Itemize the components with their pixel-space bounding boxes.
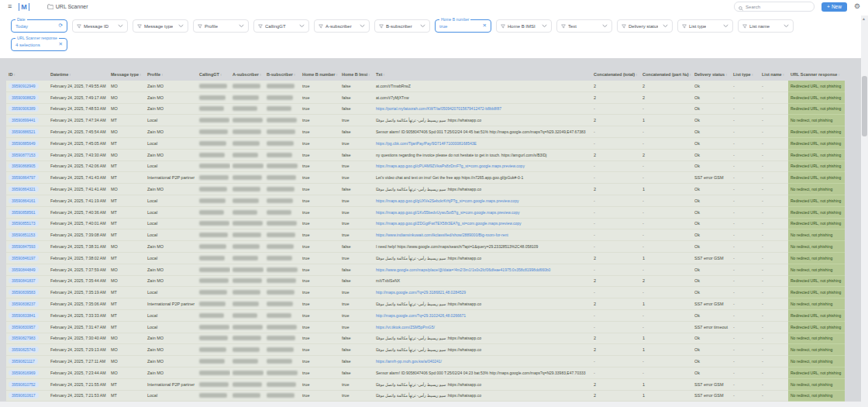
record-id-pill[interactable]: 39590864797: [9, 174, 39, 181]
cell-mt: MO: [108, 126, 145, 138]
record-id-pill[interactable]: 39590838237: [9, 301, 39, 307]
filter-chip-date[interactable]: DateToday⟳: [11, 19, 67, 33]
cell-del: Ok: [692, 160, 731, 172]
funnel-icon: [77, 24, 81, 29]
clear-icon[interactable]: ✕: [483, 23, 487, 29]
vertical-scrollbar[interactable]: ▲: [861, 16, 868, 407]
history-icon[interactable]: ⟳: [59, 23, 63, 29]
column-header-mt[interactable]: Message type↑: [108, 68, 145, 81]
cell-txt: https://maps.app.goo.gl/ZDGgtFwtTEX58r3E…: [374, 218, 591, 229]
column-header-tot[interactable]: Concatenated (total)↑: [591, 68, 640, 81]
record-id-pill[interactable]: 39590858561: [9, 209, 39, 216]
column-header-hbn[interactable]: Home B number↑: [300, 68, 339, 81]
record-id-pill[interactable]: 39590864321: [9, 186, 39, 192]
message-url-link[interactable]: https://maps.app.goo.gl/cPU4M9ZVkwPs8zDm…: [376, 164, 525, 168]
filter-chip-message-id[interactable]: Message ID: [72, 19, 128, 33]
cell-tot: 2: [591, 298, 640, 310]
cell-cgt: [197, 298, 230, 310]
message-url-link[interactable]: https://maps.app.goo.gl/gUXVe2SebckrKrhj…: [376, 198, 518, 203]
cell-id: 39590877153: [6, 149, 48, 160]
record-id-pill[interactable]: 39590821117: [9, 358, 38, 364]
filter-chip-url-scanner-response[interactable]: URL Scanner response4 selections✕: [11, 38, 67, 51]
cell-ltype: -: [731, 298, 760, 310]
record-id-pill[interactable]: 39590847593: [9, 243, 39, 250]
record-id-pill[interactable]: 39590825743: [9, 347, 39, 353]
filter-chip-list-type[interactable]: List type: [677, 19, 733, 33]
record-id-pill[interactable]: 39590816969: [9, 370, 39, 376]
message-url-link[interactable]: http://maps.google.com/?q=29.3186821,48.…: [376, 290, 466, 295]
message-url-link[interactable]: https://maps.app.goo.gl/ZDGgtFwtTEX58r3E…: [376, 221, 521, 226]
sort-icon: ↑: [838, 73, 839, 77]
message-url-link[interactable]: https://www.indiansinkuwait.com/ikclassi…: [376, 233, 508, 237]
record-id-pill[interactable]: 39590851153: [9, 232, 38, 238]
column-header-cgt[interactable]: CallingGT↑: [197, 68, 230, 81]
column-header-lname[interactable]: List name↑: [760, 68, 788, 81]
cell-bsub: [264, 103, 300, 115]
column-header-ltype[interactable]: List type↑: [731, 68, 760, 81]
vertical-scrollbar-thumb[interactable]: [862, 76, 867, 136]
message-url-link[interactable]: http://maps.google.com/?q=29.3102426,48.…: [376, 313, 466, 318]
record-id-pill[interactable]: 39590864161: [9, 198, 39, 204]
column-header-imsi[interactable]: Home B Imsi↑: [339, 68, 374, 81]
breadcrumb[interactable]: URL Scanner: [47, 4, 88, 9]
record-id-pill[interactable]: 39590830957: [9, 324, 39, 330]
record-id-pill[interactable]: 39590855173: [9, 220, 39, 226]
message-url-link[interactable]: https://amrh-pp.moh.gov.kw/a/040241/: [376, 359, 442, 364]
menu-icon[interactable]: ≡: [8, 3, 12, 10]
record-id-pill[interactable]: 39590908829: [9, 95, 39, 101]
record-id-pill[interactable]: 39590810752: [9, 381, 39, 388]
record-id-pill[interactable]: 39590877153: [9, 152, 39, 158]
record-id-pill[interactable]: 39590827983: [9, 335, 39, 341]
record-id-pill[interactable]: 39590885649: [9, 140, 39, 147]
filter-chip-profile[interactable]: Profile: [193, 19, 249, 33]
record-id-pill[interactable]: 39590906389: [9, 105, 39, 112]
record-id-pill[interactable]: 39590846197: [9, 255, 39, 261]
cell-del: SS7 error GSM: [692, 378, 731, 390]
message-url-link[interactable]: https://pg.cbk.com/TijariPay/Pay/9D714F7…: [376, 141, 477, 146]
filter-chip-a-subscriber[interactable]: A-subscriber: [314, 19, 370, 33]
message-url-link[interactable]: https://portal.myfatoorah.com/KWT/ia/050…: [376, 106, 501, 111]
new-button[interactable]: +New: [822, 2, 847, 12]
column-header-id[interactable]: ID↑: [6, 68, 48, 81]
column-header-txt[interactable]: Txt↑: [374, 68, 591, 81]
filter-chip-home-b-number[interactable]: Home B numbertrue✕: [435, 19, 491, 33]
record-id-pill[interactable]: 39590841837: [9, 278, 39, 284]
filter-chip-list-name[interactable]: List name: [738, 19, 794, 33]
filter-chip-delivery-status[interactable]: Delivery status: [617, 19, 673, 33]
message-url-link[interactable]: https://www.google.com/maps/place/@/data…: [376, 267, 550, 272]
message-url-link[interactable]: https://vt.tiktok.com/ZSM5pPmG5/: [376, 325, 435, 329]
column-header-resp[interactable]: URL Scanner response↑: [788, 68, 845, 81]
column-header-del[interactable]: Delivery status↑: [692, 68, 731, 81]
scroll-up-icon[interactable]: ▲: [862, 16, 866, 21]
column-header-prof[interactable]: Profile↑: [145, 68, 197, 81]
record-id-pill[interactable]: 39590868905: [9, 163, 39, 169]
cell-hbn: true: [300, 252, 339, 264]
gear-icon[interactable]: ⚙: [854, 3, 860, 10]
filter-chip-b-subscriber[interactable]: B-subscriber: [374, 19, 430, 33]
cell-imsi: true: [339, 195, 374, 206]
filter-chip-message-type[interactable]: Message type: [133, 19, 188, 33]
column-header-bsub[interactable]: B-subscriber↑: [264, 68, 300, 81]
cell-prof: International P2P partner: [145, 172, 197, 184]
message-url-link[interactable]: https://maps.app.goo.gl/1Kv55bedvUywu5ot…: [376, 210, 520, 215]
filter-chip-home-b-imsi[interactable]: Home B IMSI: [496, 19, 552, 33]
cell-dt: February 24, 2025, 7:47:34 AM: [48, 115, 108, 126]
column-header-dt[interactable]: Datetime↑: [48, 68, 108, 81]
record-id-pill[interactable]: 39590839583: [9, 289, 39, 295]
table-row: 39590899441February 24, 2025, 7:47:34 AM…: [6, 115, 845, 126]
cell-hbn: true: [300, 241, 339, 253]
record-id-pill[interactable]: 39590899441: [9, 117, 39, 123]
record-id-pill[interactable]: 39590886521: [9, 129, 39, 135]
filter-chip-callinggt[interactable]: CallingGT: [253, 19, 309, 33]
horizontal-scrollbar[interactable]: [0, 402, 861, 407]
record-id-pill[interactable]: 39590912949: [9, 83, 39, 89]
record-id-pill[interactable]: 39590810617: [9, 392, 39, 398]
column-header-part[interactable]: Concatenated (part №)↑: [640, 68, 692, 81]
clear-icon[interactable]: ✕: [59, 42, 63, 47]
record-id-pill[interactable]: 39590844849: [9, 267, 39, 273]
search-input[interactable]: Search: [734, 2, 815, 12]
record-id-pill[interactable]: 39590833841: [9, 312, 39, 319]
filter-chip-text[interactable]: Text: [556, 19, 612, 33]
column-header-asub[interactable]: A-subscriber↑: [230, 68, 264, 81]
cell-txt: I need help! https://www.google.com/maps…: [374, 241, 591, 253]
